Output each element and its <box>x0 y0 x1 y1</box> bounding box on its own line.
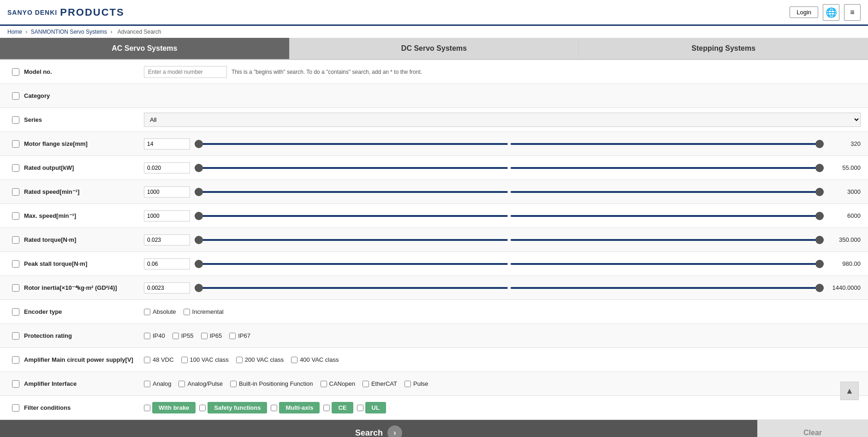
checkbox-series[interactable] <box>12 116 19 124</box>
peak-stall-torque-max-value: 980.00 <box>828 260 861 267</box>
protection-ip65[interactable]: IP65 <box>201 332 222 339</box>
checkbox-encoder-type[interactable] <box>12 308 19 316</box>
rotor-inertia-slider-left[interactable] <box>195 287 508 289</box>
breadcrumb-section[interactable]: SANMONTION Servo Systems <box>31 29 107 35</box>
rated-torque-range <box>195 239 824 241</box>
checkbox-ip67[interactable] <box>229 333 236 339</box>
max-speed-slider-right[interactable] <box>511 215 824 217</box>
power-48vdc[interactable]: 48 VDC <box>144 356 174 363</box>
badge-with-brake[interactable]: With brake <box>152 402 196 413</box>
badge-ul[interactable]: UL <box>365 402 386 413</box>
power-200vac[interactable]: 200 VAC class <box>236 356 284 363</box>
checkbox-multi-axis[interactable] <box>271 405 277 411</box>
checkbox-100vac[interactable] <box>181 357 188 363</box>
checkbox-ethercat[interactable] <box>363 381 369 387</box>
interface-analog[interactable]: Analog <box>144 380 171 387</box>
content-rated-speed: 3000 <box>144 186 861 198</box>
checkbox-rated-speed[interactable] <box>12 188 19 196</box>
checkbox-400vac[interactable] <box>291 357 297 363</box>
checkbox-encoder-incremental[interactable] <box>184 309 190 315</box>
rated-torque-slider-right[interactable] <box>511 239 824 241</box>
rated-output-min-input[interactable] <box>144 162 190 174</box>
badge-ce[interactable]: CE <box>332 402 353 413</box>
max-speed-slider-left[interactable] <box>195 215 508 217</box>
power-100vac[interactable]: 100 VAC class <box>181 356 229 363</box>
peak-stall-torque-slider-right[interactable] <box>511 263 824 265</box>
checkbox-peak-stall-torque[interactable] <box>12 260 19 268</box>
checkbox-rotor-inertia[interactable] <box>12 284 19 292</box>
max-speed-min-input[interactable] <box>144 210 190 221</box>
label-rated-torque: Rated torque[N·m] <box>24 236 144 243</box>
checkbox-rated-output[interactable] <box>12 164 19 172</box>
encoder-absolute[interactable]: Absolute <box>144 308 176 315</box>
checkbox-rated-torque[interactable] <box>12 236 19 244</box>
checkbox-filter-conditions[interactable] <box>12 404 19 412</box>
rotor-inertia-slider-right[interactable] <box>511 287 824 289</box>
scroll-to-top-button[interactable]: ▲ <box>840 382 859 400</box>
interface-pulse[interactable]: Pulse <box>404 380 428 387</box>
checkbox-encoder-absolute[interactable] <box>144 309 150 315</box>
rotor-inertia-min-input[interactable] <box>144 282 190 293</box>
breadcrumb-home[interactable]: Home <box>7 29 22 35</box>
rated-output-slider-left[interactable] <box>195 167 508 169</box>
checkbox-category[interactable] <box>12 92 19 100</box>
rated-speed-min-input[interactable] <box>144 186 190 198</box>
motor-flange-min-input[interactable] <box>144 138 190 150</box>
checkbox-ce[interactable] <box>323 405 330 411</box>
rated-torque-min-input[interactable] <box>144 234 190 245</box>
power-400vac[interactable]: 400 VAC class <box>291 356 339 363</box>
checkbox-motor-flange[interactable] <box>12 140 19 148</box>
checkbox-200vac[interactable] <box>236 357 243 363</box>
checkbox-with-brake[interactable] <box>144 405 150 411</box>
checkbox-48vdc[interactable] <box>144 357 150 363</box>
checkbox-safety-functions[interactable] <box>199 405 206 411</box>
protection-ip55[interactable]: IP55 <box>172 332 194 339</box>
interface-analog-pulse[interactable]: Analog/Pulse <box>178 380 223 387</box>
peak-stall-torque-slider-left[interactable] <box>195 263 508 265</box>
interface-builtin-positioning[interactable]: Built-in Positioning Function <box>230 380 313 387</box>
tab-ac-servo[interactable]: AC Servo Systems <box>0 38 290 59</box>
protection-ip67[interactable]: IP67 <box>229 332 250 339</box>
filter-row-category: Category <box>0 84 868 108</box>
checkbox-ul[interactable] <box>357 405 363 411</box>
menu-icon[interactable]: ≡ <box>844 4 861 21</box>
interface-ethercat[interactable]: EtherCAT <box>363 380 397 387</box>
motor-flange-slider-left[interactable] <box>195 143 508 145</box>
rated-output-slider-right[interactable] <box>511 167 824 169</box>
motor-flange-slider-right[interactable] <box>511 143 824 145</box>
rated-torque-slider-left[interactable] <box>195 239 508 241</box>
login-button[interactable]: Login <box>790 6 818 18</box>
clear-button[interactable]: Clear <box>757 420 868 437</box>
content-rated-output: 55.000 <box>144 162 861 174</box>
encoder-incremental[interactable]: Incremental <box>184 308 224 315</box>
search-button[interactable]: Search › <box>0 420 757 437</box>
checkbox-ip55[interactable] <box>172 333 179 339</box>
globe-icon[interactable]: 🌐 <box>823 4 839 21</box>
rated-speed-slider-right[interactable] <box>511 191 824 193</box>
model-no-input[interactable] <box>144 66 227 78</box>
checkbox-model-no[interactable] <box>12 68 19 76</box>
tab-stepping[interactable]: Stepping Systems <box>579 38 868 59</box>
checkbox-protection-rating[interactable] <box>12 332 19 340</box>
badge-multi-axis[interactable]: Multi-axis <box>279 402 320 413</box>
tab-dc-servo[interactable]: DC Servo Systems <box>290 38 579 59</box>
interface-canopen[interactable]: CANopen <box>321 380 355 387</box>
checkbox-builtin-positioning[interactable] <box>230 381 237 387</box>
checkbox-canopen[interactable] <box>321 381 327 387</box>
checkbox-ip40[interactable] <box>144 333 150 339</box>
checkbox-analog-pulse[interactable] <box>178 381 185 387</box>
series-select[interactable]: All <box>144 113 861 127</box>
label-amplifier-interface: Amplifier Interface <box>24 380 144 387</box>
bottom-bar: Search › Clear <box>0 420 868 437</box>
checkbox-pulse[interactable] <box>404 381 411 387</box>
rated-speed-slider-left[interactable] <box>195 191 508 193</box>
filter-row-peak-stall-torque: Peak stall torque[N·m] 980.00 <box>0 252 868 276</box>
checkbox-amplifier-interface[interactable] <box>12 380 19 388</box>
peak-stall-torque-min-input[interactable] <box>144 258 190 269</box>
checkbox-amplifier-power[interactable] <box>12 356 19 364</box>
badge-safety-functions[interactable]: Safety functions <box>208 402 267 413</box>
checkbox-analog[interactable] <box>144 381 150 387</box>
checkbox-ip65[interactable] <box>201 333 208 339</box>
protection-ip40[interactable]: IP40 <box>144 332 165 339</box>
checkbox-max-speed[interactable] <box>12 212 19 220</box>
